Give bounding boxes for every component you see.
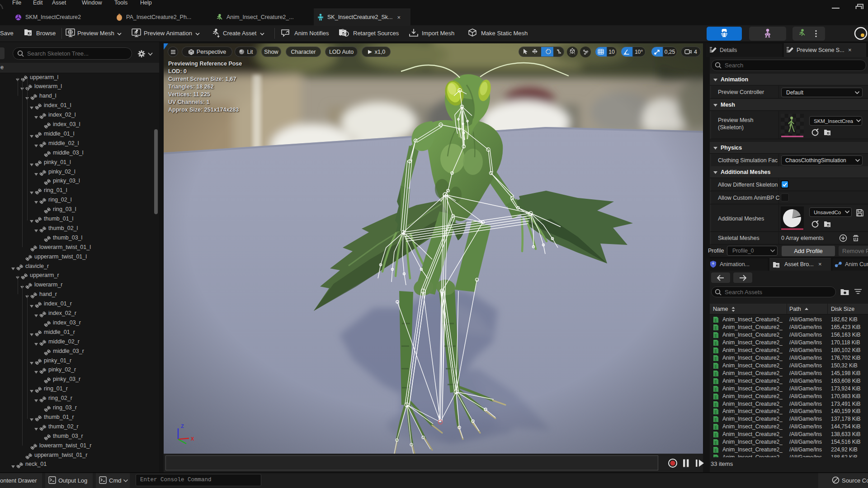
svg-text:X: X	[191, 436, 194, 441]
svg-text:Z: Z	[181, 423, 184, 429]
